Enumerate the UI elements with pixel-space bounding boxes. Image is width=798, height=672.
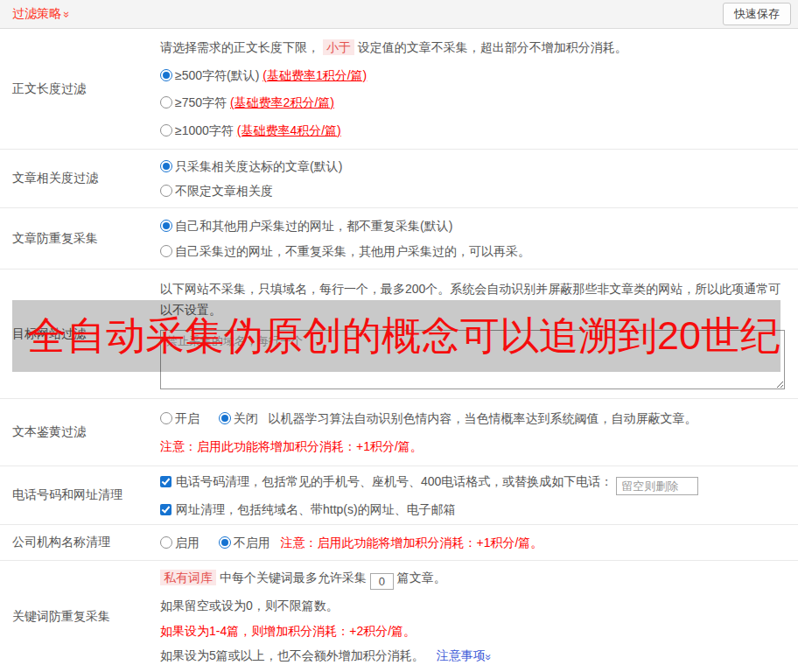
keyword-dedup-label: 关键词防重复采集 (0, 561, 160, 672)
option-label: 自己和其他用户采集过的网址，都不重复采集(默认) (175, 219, 452, 233)
radio-750-chars[interactable] (160, 96, 172, 108)
row-relevance-filter: 文章相关度过滤 只采集相关度达标的文章(默认) 不限定文章相关度 (0, 150, 798, 208)
dedup-option-global: 自己和其他用户采集过的网址，都不重复采集(默认) (160, 217, 784, 234)
filter-strategy-toggle[interactable]: 过滤策略» (12, 6, 69, 22)
notes-link-label: 注意事项 (437, 648, 486, 662)
notes-link[interactable]: 注意事项» (437, 648, 490, 662)
radio-porn-on[interactable] (160, 412, 172, 424)
option-label: 只采集相关度达标的文章(默认) (175, 159, 342, 173)
porn-filter-options: 开启 关闭 以机器学习算法自动识别色情内容，当色情概率达到系统阈值，自动屏蔽文章… (160, 410, 784, 427)
intro-prefix: 请选择需求的正文长度下限， (160, 40, 319, 54)
keyword-dedup-line3: 如果设为1-4篇，则增加积分消耗：+2积分/篇。 (160, 622, 784, 640)
keyword-dedup-line4: 如果设为5篇或以上，也不会额外增加积分消耗。 注意事项» (160, 647, 784, 665)
filter-strategy-header: 过滤策略» 快速保存 (0, 0, 798, 29)
replace-phone-input[interactable] (616, 477, 698, 495)
keyword-dedup-line1: 私有词库 中每个关键词最多允许采集 篇文章。 (160, 569, 784, 590)
length-filter-intro: 请选择需求的正文长度下限， 小于 设定值的文章不采集，超出部分不增加积分消耗。 (160, 38, 784, 56)
intro-suffix: 设定值的文章不采集，超出部分不增加积分消耗。 (358, 40, 627, 54)
max-articles-input[interactable] (370, 573, 394, 590)
row-dedup-filter: 文章防重复采集 自己和其他用户采集过的网址，都不重复采集(默认) 自己采集过的网… (0, 208, 798, 270)
length-filter-label: 正文长度过滤 (0, 29, 160, 149)
radio-1000-chars[interactable] (160, 124, 172, 136)
option-label: 自己采集过的网址，不重复采集，其他用户采集过的，可以再采。 (175, 244, 530, 258)
less-than-highlight: 小于 (323, 39, 354, 55)
option-label: 电话号码清理，包括常见的手机号、座机号、400电话格式，或替换成如下电话： (176, 474, 612, 488)
radio-company-on[interactable] (160, 536, 172, 549)
company-clean-label: 公司机构名称清理 (0, 525, 160, 560)
option-label: ≥1000字符 (175, 123, 234, 137)
dedup-option-self: 自己采集过的网址，不重复采集，其他用户采集过的，可以再采。 (160, 242, 784, 260)
radio-porn-off[interactable] (219, 412, 231, 424)
url-clean-option: 网址清理，包括纯域名、带http(s)的网址、电子邮箱 (160, 500, 784, 518)
relevance-option-any: 不限定文章相关度 (160, 182, 784, 200)
radio-dedup-self[interactable] (160, 245, 172, 257)
blocked-domains-textarea[interactable] (160, 330, 785, 389)
keyword-dedup-line2: 如果留空或设为0，则不限篇数。 (160, 597, 784, 614)
relevance-option-strict: 只采集相关度达标的文章(默认) (160, 158, 784, 175)
dedup-filter-label: 文章防重复采集 (0, 208, 160, 269)
length-option-750: ≥750字符 (基础费率2积分/篇) (160, 94, 784, 111)
row-keyword-dedup: 关键词防重复采集 私有词库 中每个关键词最多允许采集 篇文章。 如果留空或设为0… (0, 561, 798, 672)
quick-save-button[interactable]: 快速保存 (723, 3, 791, 25)
row-phone-url-clean: 电话号码和网址清理 电话号码清理，包括常见的手机号、座机号、400电话格式，或替… (0, 466, 798, 525)
company-clean-options: 启用 不启用 注意：启用此功能将增加积分消耗：+1积分/篇。 (160, 534, 784, 551)
radio-dedup-global[interactable] (160, 220, 172, 232)
fee-note: (基础费率1积分/篇) (262, 68, 367, 82)
row-company-clean: 公司机构名称清理 启用 不启用 注意：启用此功能将增加积分消耗：+1积分/篇。 (0, 525, 798, 561)
row-site-filter: 目标网站过滤 以下网站不采集，只填域名，每行一个，最多200个。系统会自动识别并… (0, 270, 798, 399)
company-clean-note: 注意：启用此功能将增加积分消耗：+1积分/篇。 (280, 536, 542, 550)
page-title: 过滤策略 (12, 6, 61, 20)
row-length-filter: 正文长度过滤 请选择需求的正文长度下限， 小于 设定值的文章不采集，超出部分不增… (0, 29, 798, 150)
option-label: 不启用 (234, 536, 270, 550)
porn-filter-description: 以机器学习算法自动识别色情内容，当色情概率达到系统阈值，自动屏蔽文章。 (268, 411, 696, 425)
radio-relevance-strict[interactable] (160, 160, 172, 172)
phone-url-clean-label: 电话号码和网址清理 (0, 466, 160, 524)
option-label: 网址清理，包括纯域名、带http(s)的网址、电子邮箱 (176, 502, 456, 516)
line1-text: 中每个关键词最多允许采集 (220, 570, 367, 584)
relevance-filter-label: 文章相关度过滤 (0, 150, 160, 207)
row-porn-filter: 文本鉴黄过滤 开启 关闭 以机器学习算法自动识别色情内容，当色情概率达到系统阈值… (0, 399, 798, 466)
radio-company-off[interactable] (219, 536, 231, 549)
radio-relevance-any[interactable] (160, 185, 172, 197)
checkbox-url-clean[interactable] (160, 504, 172, 515)
notes-chevron-icon: » (479, 654, 496, 659)
length-option-500: ≥500字符(默认) (基础费率1积分/篇) (160, 66, 784, 84)
radio-500-chars[interactable] (160, 69, 172, 81)
phone-clean-option: 电话号码清理，包括常见的手机号、座机号、400电话格式，或替换成如下电话： (160, 472, 784, 495)
private-thesaurus-link[interactable]: 私有词库 (160, 570, 216, 585)
option-label: 不限定文章相关度 (175, 184, 273, 198)
option-label: 启用 (175, 536, 200, 550)
site-filter-label: 目标网站过滤 (0, 270, 160, 398)
option-label: 开启 (175, 411, 200, 425)
fee-note: (基础费率2积分/篇) (230, 95, 334, 109)
line1-suffix: 篇文章。 (397, 570, 446, 584)
checkbox-phone-clean[interactable] (160, 476, 172, 487)
length-option-1000: ≥1000字符 (基础费率4积分/篇) (160, 122, 784, 139)
fee-note: (基础费率4积分/篇) (237, 123, 341, 137)
collapse-chevron-icon: » (60, 11, 74, 16)
option-label: 关闭 (234, 411, 258, 425)
option-label: ≥750字符 (175, 95, 227, 109)
porn-filter-note: 注意：启用此功能将增加积分消耗：+1积分/篇。 (160, 438, 784, 455)
site-filter-description: 以下网站不采集，只填域名，每行一个，最多200个。系统会自动识别并屏蔽那些非文章… (160, 278, 785, 320)
option-label: ≥500字符(默认) (175, 68, 259, 82)
line4-text: 如果设为5篇或以上，也不会额外增加积分消耗。 (160, 648, 424, 662)
porn-filter-label: 文本鉴黄过滤 (0, 399, 160, 466)
